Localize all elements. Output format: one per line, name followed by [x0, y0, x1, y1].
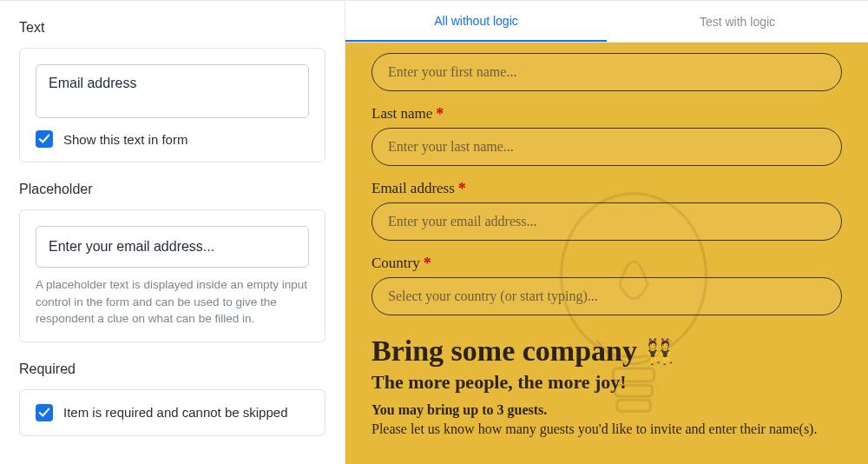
form-field-email: Email address * [372, 180, 842, 241]
email-label: Email address * [372, 180, 842, 197]
required-checkbox[interactable] [36, 404, 53, 421]
question-text-input[interactable] [36, 64, 309, 118]
show-text-checkbox[interactable] [36, 130, 53, 148]
tab-all-without-logic[interactable]: All without logic [345, 1, 607, 42]
title-text: Bring some company [372, 335, 637, 368]
check-icon [38, 133, 50, 145]
section-heading-text: Text [19, 20, 326, 36]
preview-panel: All without logic Test with logic Last n… [345, 0, 868, 464]
country-placeholder: Select your country (or start typing)... [388, 288, 598, 304]
last-name-label: Last name * [372, 105, 842, 123]
form-field-last-name: Last name * [372, 105, 842, 166]
required-row: Item is required and cannot be skipped [20, 390, 325, 435]
company-section-title: Bring some company 👯 [372, 335, 842, 368]
show-text-row: Show this text in form [20, 118, 325, 162]
preview-tabs: All without logic Test with logic [345, 1, 868, 43]
company-section-body: Please let us know how many guests you'd… [372, 420, 842, 439]
preview-inner: Last name * Email address * Country * [345, 53, 868, 439]
text-card: Show this text in form [19, 48, 326, 162]
placeholder-help-text: A placeholder text is displayed inside a… [20, 268, 325, 341]
last-name-input[interactable] [372, 128, 842, 166]
section-heading-required: Required [19, 361, 326, 377]
form-field-first-name [372, 53, 842, 91]
form-field-country: Country * Select your country (or start … [372, 255, 842, 315]
properties-panel: Text Show this text in form Placeholder … [0, 0, 345, 464]
country-select[interactable]: Select your country (or start typing)... [372, 277, 842, 315]
company-section-subtitle: The more people, the more joy! [372, 371, 842, 394]
placeholder-card: A placeholder text is displayed inside a… [19, 209, 326, 342]
label-text: Email address [372, 180, 455, 197]
required-star-icon: * [458, 181, 466, 196]
country-label: Country * [372, 255, 842, 272]
label-text: Last name [372, 105, 432, 123]
required-star-icon: * [424, 255, 431, 271]
required-card: Item is required and cannot be skipped [19, 389, 326, 436]
tab-test-with-logic[interactable]: Test with logic [607, 1, 868, 42]
first-name-input[interactable] [372, 53, 842, 91]
label-text: Country [372, 255, 420, 272]
placeholder-input[interactable] [36, 226, 309, 268]
required-label: Item is required and cannot be skipped [63, 405, 288, 420]
dancers-icon: 👯 [644, 337, 674, 366]
section-heading-placeholder: Placeholder [19, 182, 326, 197]
form-preview: Last name * Email address * Country * [345, 43, 868, 464]
check-icon [38, 407, 50, 419]
email-input[interactable] [372, 202, 842, 241]
company-section-bold: You may bring up to 3 guests. [372, 402, 842, 418]
required-star-icon: * [436, 106, 444, 122]
show-text-label: Show this text in form [63, 132, 187, 147]
